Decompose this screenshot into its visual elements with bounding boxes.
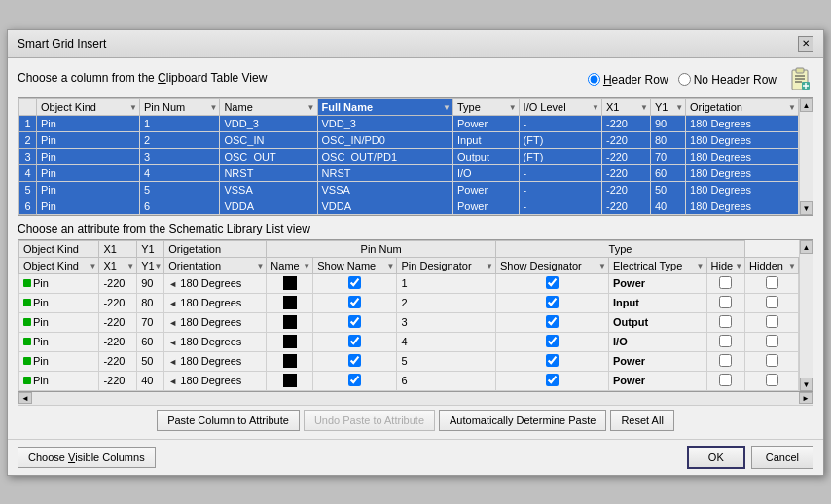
cell-type: Input (452, 131, 519, 148)
bcell-show-name[interactable] (313, 312, 397, 332)
table-row[interactable]: Pin -220 90 ◄ 180 Degrees 1 Power (19, 273, 799, 293)
bcell-show-des[interactable] (495, 332, 608, 351)
bcol-pin-designator[interactable]: Pin Designator ▼ (397, 257, 496, 273)
choose-visible-columns-button[interactable]: Choose Visible Columns (18, 447, 156, 468)
bcol-show-designator[interactable]: Show Designator ▼ (495, 257, 608, 273)
action-buttons: Paste Column to Attribute Undo Paste to … (18, 410, 813, 431)
table-row[interactable]: 1 Pin 1 VDD_3 VDD_3 Power - -220 90 180 … (19, 115, 799, 131)
bcell-ori: ◄ 180 Degrees (164, 371, 267, 390)
bcell-hide[interactable] (706, 293, 745, 312)
bcell-y1: 40 (137, 371, 164, 390)
col-full-name[interactable]: Full Name ▼ (317, 98, 452, 115)
close-button[interactable]: ✕ (798, 36, 813, 52)
table-row[interactable]: Pin -220 50 ◄ 180 Degrees 5 Power (19, 351, 799, 371)
cell-ori: 180 Degrees (686, 198, 799, 214)
bcell-hide[interactable] (706, 312, 745, 332)
bcol-x1[interactable]: X1 ▼ (99, 257, 137, 273)
col-pin-num[interactable]: Pin Num ▼ (140, 98, 220, 115)
col-x1[interactable]: X1 ▼ (601, 98, 650, 115)
col-name[interactable]: Name ▼ (220, 98, 317, 115)
bottom-hscrollbar[interactable]: ◄ ► (18, 392, 813, 406)
bcell-show-des[interactable] (495, 312, 608, 332)
undo-paste-button[interactable]: Undo Paste to Attribute (304, 410, 435, 431)
bcol-hidden[interactable]: Hidden ▼ (745, 257, 799, 273)
bcell-hidden[interactable] (745, 371, 799, 390)
bcol-orientation[interactable]: Orientation ▼ (164, 257, 267, 273)
auto-determine-button[interactable]: Automatically Determine Paste (439, 410, 606, 431)
table-row[interactable]: 6 Pin 6 VDDA VDDA Power - -220 40 180 De… (19, 198, 799, 214)
paste-column-button[interactable]: Paste Column to Attribute (157, 410, 300, 431)
table-row[interactable]: 4 Pin 4 NRST NRST I/O - -220 60 180 Degr… (19, 164, 799, 181)
bcell-hidden[interactable] (745, 332, 799, 351)
bcell-pin-des: 6 (397, 371, 496, 390)
bcell-show-name[interactable] (313, 273, 397, 293)
bcol-y1[interactable]: Y1 ▼ (137, 257, 164, 273)
top-table-vscrollbar[interactable]: ▲ ▼ (799, 98, 813, 215)
bcell-hidden[interactable] (745, 312, 799, 332)
bcell-hide[interactable] (706, 273, 745, 293)
table-row[interactable]: 2 Pin 2 OSC_IN OSC_IN/PD0 Input (FT) -22… (19, 131, 799, 148)
bcell-show-name[interactable] (313, 293, 397, 312)
bcol-electrical-type[interactable]: Electrical Type ▼ (609, 257, 706, 273)
no-header-row-radio[interactable]: No Header Row (678, 73, 777, 87)
bcol-object-kind[interactable]: Object Kind ▼ (19, 257, 99, 273)
bcell-pin-des: 4 (397, 332, 496, 351)
bottom-table-vscrollbar[interactable]: ▲ ▼ (799, 240, 813, 391)
scroll-up-btn[interactable]: ▲ (800, 98, 813, 112)
ok-button[interactable]: OK (687, 446, 745, 469)
bcell-hide[interactable] (706, 332, 745, 351)
bcell-hidden[interactable] (745, 293, 799, 312)
bcell-hide[interactable] (706, 351, 745, 371)
table-row[interactable]: Pin -220 80 ◄ 180 Degrees 2 Input (19, 293, 799, 312)
scroll-down-btn[interactable]: ▼ (800, 201, 813, 215)
bcell-hide[interactable] (706, 371, 745, 390)
bcell-show-name[interactable] (313, 351, 397, 371)
bcell-show-des[interactable] (495, 293, 608, 312)
bcell-elec-type: Output (609, 312, 706, 332)
bcol-type-group: Type (495, 240, 744, 257)
reset-all-button[interactable]: Reset All (610, 410, 673, 431)
bcell-obj: Pin (19, 371, 99, 390)
scroll-down-btn[interactable]: ▼ (800, 378, 813, 391)
cell-name: OSC_OUT (220, 148, 317, 164)
cell-io: (FT) (519, 148, 601, 164)
cell-obj-kind: Pin (37, 181, 140, 198)
row-num: 5 (19, 181, 37, 198)
choose-cols-label: Choose Visible Columns (28, 451, 145, 463)
bcell-hidden[interactable] (745, 351, 799, 371)
bcol-hide[interactable]: Hide ▼ (706, 257, 745, 273)
col-object-kind[interactable]: Object Kind ▼ (37, 98, 140, 115)
header-row-radio[interactable]: Header Row (588, 73, 668, 87)
col-type[interactable]: Type ▼ (452, 98, 519, 115)
bcell-show-des[interactable] (495, 371, 608, 390)
bcell-show-name[interactable] (313, 371, 397, 390)
col-orientation[interactable]: Origetation ▼ (686, 98, 799, 115)
bcol-show-name[interactable]: Show Name ▼ (313, 257, 397, 273)
bcol-object-kind-group: Object Kind (19, 240, 99, 257)
col-y1[interactable]: Y1 ▼ (650, 98, 685, 115)
scroll-left-btn[interactable]: ◄ (18, 392, 32, 404)
cell-obj-kind: Pin (37, 164, 140, 181)
table-row[interactable]: Pin -220 70 ◄ 180 Degrees 3 Output (19, 312, 799, 332)
bcell-pin-des: 5 (397, 351, 496, 371)
bcell-show-des[interactable] (495, 351, 608, 371)
bcell-show-name[interactable] (313, 332, 397, 351)
row-num: 6 (19, 198, 37, 214)
bcell-hidden[interactable] (745, 273, 799, 293)
cell-name: VDD_3 (220, 115, 317, 131)
bcell-show-des[interactable] (495, 273, 608, 293)
bcol-name[interactable]: Name ▼ (267, 257, 313, 273)
bcell-x1: -220 (99, 293, 137, 312)
cancel-button[interactable]: Cancel (751, 446, 813, 469)
library-table: Object Kind X1 Y1 Origetation Pin Num Ty… (18, 240, 799, 391)
table-row[interactable]: Pin -220 60 ◄ 180 Degrees 4 I/O (19, 332, 799, 351)
cell-y1: 70 (650, 148, 685, 164)
cell-x1: -220 (601, 164, 650, 181)
bcell-ori: ◄ 180 Degrees (164, 351, 267, 371)
table-row[interactable]: 3 Pin 3 OSC_OUT OSC_OUT/PD1 Output (FT) … (19, 148, 799, 164)
table-row[interactable]: 5 Pin 5 VSSA VSSA Power - -220 50 180 De… (19, 181, 799, 198)
table-row[interactable]: Pin -220 40 ◄ 180 Degrees 6 Power (19, 371, 799, 390)
scroll-right-btn[interactable]: ► (799, 392, 813, 404)
scroll-up-btn[interactable]: ▲ (800, 240, 813, 254)
col-io-level[interactable]: I/O Level ▼ (519, 98, 601, 115)
